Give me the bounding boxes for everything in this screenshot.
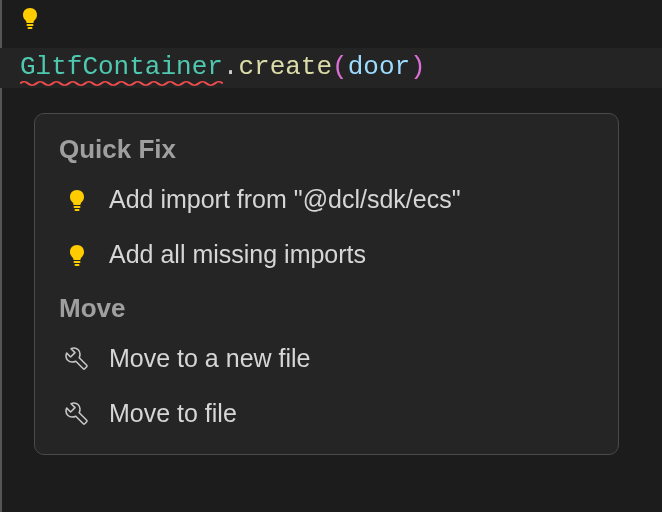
token-lparen: ( — [332, 52, 348, 82]
action-move-new-file[interactable]: Move to a new file — [35, 334, 618, 383]
wrench-icon — [63, 345, 91, 373]
svg-rect-2 — [74, 206, 81, 208]
quickfix-popup: Quick Fix Add import from "@dcl/sdk/ecs" — [34, 113, 619, 455]
action-add-import[interactable]: Add import from "@dcl/sdk/ecs" — [35, 175, 618, 224]
token-dot: . — [223, 52, 239, 82]
svg-rect-3 — [75, 209, 80, 211]
action-label: Add import from "@dcl/sdk/ecs" — [109, 185, 594, 214]
action-label: Move to a new file — [109, 344, 594, 373]
lightbulb-icon[interactable] — [18, 6, 42, 35]
lightbulb-icon — [63, 241, 91, 269]
action-label: Move to file — [109, 399, 594, 428]
section-header-move: Move — [35, 289, 618, 334]
wrench-icon — [63, 400, 91, 428]
token-type: GltfContainer — [20, 52, 223, 82]
error-squiggle — [20, 80, 223, 87]
svg-rect-1 — [28, 27, 33, 29]
action-label: Add all missing imports — [109, 240, 594, 269]
lightbulb-icon — [63, 186, 91, 214]
current-line-highlight: GltfContainer .create(door) — [0, 48, 662, 88]
token-rparen: ) — [410, 52, 426, 82]
action-add-all-imports[interactable]: Add all missing imports — [35, 230, 618, 279]
editor-viewport: GltfContainer .create(door) Quick Fix Ad… — [0, 0, 662, 512]
token-method: create — [238, 52, 332, 82]
svg-rect-5 — [75, 264, 80, 266]
token-arg: door — [348, 52, 410, 82]
action-move-to-file[interactable]: Move to file — [35, 389, 618, 438]
section-header-quickfix: Quick Fix — [35, 130, 618, 175]
code-line[interactable]: GltfContainer .create(door) — [20, 52, 426, 82]
svg-rect-4 — [74, 261, 81, 263]
svg-rect-0 — [27, 24, 34, 26]
